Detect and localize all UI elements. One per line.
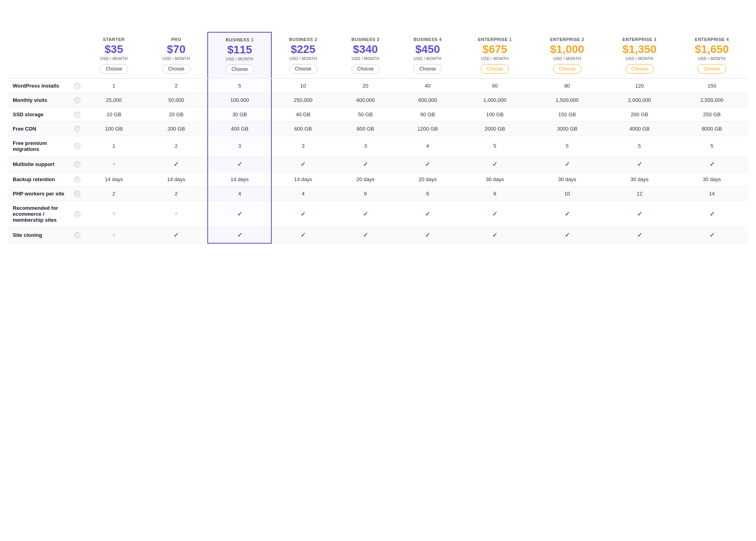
plan-price: $225 — [275, 43, 331, 56]
feature-label: WordPress installs — [8, 78, 72, 93]
plan-name: ENTERPRISE 4 — [679, 37, 745, 42]
feature-value: 40 — [397, 78, 459, 93]
choose-button[interactable]: Choose — [625, 64, 654, 74]
choose-button[interactable]: Choose — [289, 64, 317, 74]
check-icon: ✓ — [709, 161, 715, 168]
choose-button[interactable]: Choose — [553, 64, 581, 74]
plan-price: $70 — [148, 43, 204, 56]
feature-value: 5 — [676, 136, 748, 156]
feature-info[interactable]: ⓘ — [72, 172, 83, 186]
feature-info[interactable]: ⓘ — [72, 201, 83, 227]
header-row: STARTER $35 USD / MONTH Choose PRO $70 U… — [8, 32, 748, 78]
feature-value: 40 GB — [271, 107, 334, 121]
feature-value: × — [145, 201, 208, 227]
feature-row: Site cloningⓘ×✓✓✓✓✓✓✓✓✓ — [8, 227, 748, 243]
feature-info[interactable]: ⓘ — [72, 121, 83, 136]
plan-period: USD / MONTH — [275, 57, 331, 61]
feature-info[interactable]: ⓘ — [72, 156, 83, 172]
check-icon: ✓ — [300, 232, 306, 238]
check-icon: ✓ — [565, 232, 570, 238]
feature-value: ✓ — [271, 156, 334, 172]
feature-info[interactable]: ⓘ — [72, 227, 83, 243]
plan-name: BUSINESS 1 — [211, 37, 268, 42]
feature-value: ✓ — [531, 227, 603, 243]
feature-value: ✓ — [208, 201, 271, 227]
pricing-table-wrapper: STARTER $35 USD / MONTH Choose PRO $70 U… — [8, 32, 748, 244]
plan-period: USD / MONTH — [211, 57, 268, 61]
cross-icon: × — [174, 210, 178, 217]
feature-value: 800 GB — [334, 121, 396, 136]
info-icon[interactable]: ⓘ — [74, 83, 80, 89]
info-icon[interactable]: ⓘ — [74, 126, 80, 132]
feature-value: 8 — [459, 186, 531, 201]
feature-label: Monthly visits — [8, 93, 72, 107]
pricing-table: STARTER $35 USD / MONTH Choose PRO $70 U… — [8, 32, 748, 244]
info-icon[interactable]: ⓘ — [74, 161, 80, 168]
plan-price: $675 — [462, 43, 528, 56]
feature-value: 1,000,000 — [459, 93, 531, 107]
feature-value: ✓ — [397, 201, 459, 227]
choose-button[interactable]: Choose — [351, 64, 380, 74]
choose-button[interactable]: Choose — [481, 64, 509, 74]
cross-icon: × — [112, 232, 115, 238]
plan-period: USD / MONTH — [148, 57, 204, 61]
check-icon: ✓ — [237, 232, 242, 238]
plan-price: $1,650 — [679, 43, 745, 56]
feature-value: 60 — [459, 78, 531, 93]
plan-header-enterprise-3: ENTERPRISE 3 $1,350 USD / MONTH Choose — [603, 32, 676, 78]
feature-info[interactable]: ⓘ — [72, 136, 83, 156]
feature-row: PHP workers per siteⓘ2244668101214 — [8, 186, 748, 201]
choose-button[interactable]: Choose — [413, 64, 442, 74]
choose-button[interactable]: Choose — [698, 64, 726, 74]
feature-value: ✓ — [334, 201, 396, 227]
feature-value: 50 GB — [334, 107, 396, 121]
plan-header-enterprise-4: ENTERPRISE 4 $1,650 USD / MONTH Choose — [676, 32, 748, 78]
choose-button[interactable]: Choose — [99, 64, 128, 74]
feature-info[interactable]: ⓘ — [72, 78, 83, 93]
plan-header-starter: STARTER $35 USD / MONTH Choose — [83, 32, 145, 78]
feature-value: 2 — [145, 136, 208, 156]
info-icon[interactable]: ⓘ — [74, 176, 80, 183]
feature-row: Free premium migrationsⓘ1233345555 — [8, 136, 748, 156]
feature-value: 1,500,000 — [531, 93, 603, 107]
feature-value: ✓ — [208, 156, 271, 172]
info-icon[interactable]: ⓘ — [74, 143, 80, 149]
check-icon: ✓ — [637, 211, 642, 217]
feature-value: 30 days — [603, 172, 676, 186]
info-icon[interactable]: ⓘ — [74, 191, 80, 197]
info-icon[interactable]: ⓘ — [74, 97, 80, 104]
choose-button[interactable]: Choose — [226, 64, 254, 74]
feature-row: Monthly visitsⓘ25,00050,000100,000250,00… — [8, 93, 748, 107]
check-icon: ✓ — [300, 161, 306, 168]
feature-value: 4 — [397, 136, 459, 156]
feature-value: ✓ — [676, 201, 748, 227]
plan-header-business-3: BUSINESS 3 $340 USD / MONTH Choose — [334, 32, 396, 78]
info-icon[interactable]: ⓘ — [74, 232, 80, 238]
check-icon: ✓ — [492, 211, 497, 217]
feature-info[interactable]: ⓘ — [72, 93, 83, 107]
check-icon: ✓ — [709, 232, 715, 238]
choose-button[interactable]: Choose — [162, 64, 190, 74]
feature-value: 20 days — [397, 172, 459, 186]
feature-value: 60 GB — [397, 107, 459, 121]
plan-period: USD / MONTH — [606, 57, 672, 61]
feature-value: 10 GB — [83, 107, 145, 121]
feature-value: 2,000,000 — [603, 93, 676, 107]
plan-header-enterprise-1: ENTERPRISE 1 $675 USD / MONTH Choose — [459, 32, 531, 78]
plan-period: USD / MONTH — [462, 57, 528, 61]
feature-value: 150 — [676, 78, 748, 93]
feature-info[interactable]: ⓘ — [72, 107, 83, 121]
feature-value: 30 days — [459, 172, 531, 186]
plan-price: $340 — [337, 43, 393, 56]
feature-row: Free CDNⓘ100 GB200 GB400 GB600 GB800 GB1… — [8, 121, 748, 136]
info-icon[interactable]: ⓘ — [74, 111, 80, 118]
info-icon[interactable]: ⓘ — [74, 211, 80, 217]
check-icon: ✓ — [709, 211, 715, 217]
feature-value: ✓ — [459, 156, 531, 172]
feature-value: ✓ — [145, 227, 208, 243]
feature-info[interactable]: ⓘ — [72, 186, 83, 201]
feature-label: PHP workers per site — [8, 186, 72, 201]
feature-value: 4 — [271, 186, 334, 201]
feature-row: Recommended for ecommerce / membership s… — [8, 201, 748, 227]
check-icon: ✓ — [425, 161, 430, 168]
